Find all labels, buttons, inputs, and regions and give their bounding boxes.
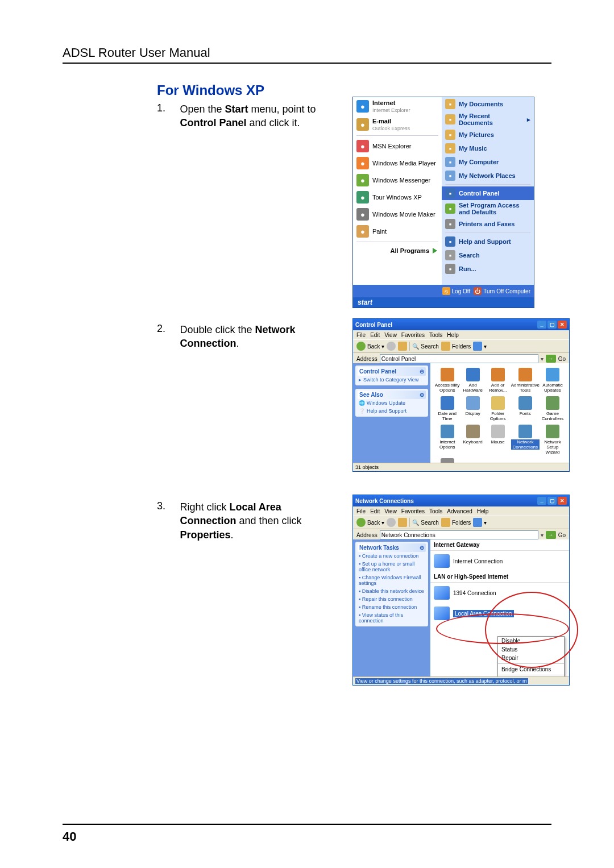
connection-internet[interactable]: Internet Connection: [430, 551, 569, 571]
start-menu-right-item[interactable]: ▪Set Program Access and Defaults: [442, 200, 534, 217]
cp-icon[interactable]: Keyboard: [461, 425, 485, 455]
network-task-link[interactable]: ▪ Rename this connection: [358, 603, 426, 611]
search-button[interactable]: 🔍Search: [412, 520, 439, 526]
folder-icon: ▪: [445, 236, 455, 247]
close-button[interactable]: ✕: [558, 321, 567, 329]
menu-view[interactable]: View: [384, 332, 397, 338]
search-button[interactable]: 🔍Search: [412, 343, 439, 350]
menu-tools[interactable]: Tools: [429, 332, 442, 338]
menu-file[interactable]: File: [356, 332, 366, 338]
views-button[interactable]: ▾: [473, 342, 487, 351]
views-icon: [473, 342, 482, 351]
cp-icon[interactable]: Network Setup Wizard: [541, 425, 565, 455]
control-panel-item-icon: [491, 368, 505, 381]
start-menu-right-item[interactable]: ▪My Network Places: [442, 169, 534, 182]
menu-favorites[interactable]: Favorites: [401, 332, 425, 338]
start-menu-item[interactable]: ●Windows Messenger: [353, 172, 442, 189]
connection-local-area[interactable]: Local Area Connection: [430, 603, 569, 624]
cp-icon[interactable]: Add Hardware: [461, 368, 485, 393]
menu-favorites[interactable]: Favorites: [401, 508, 425, 514]
network-task-link[interactable]: ▪ Repair this connection: [358, 595, 426, 603]
start-menu-right-item[interactable]: ▪My Recent Documents▸: [442, 111, 534, 128]
windows-update-link[interactable]: 🌐 Windows Update: [358, 399, 426, 407]
menu-help[interactable]: Help: [477, 508, 489, 514]
all-programs[interactable]: All Programs: [353, 244, 442, 258]
cp-icon[interactable]: Network Connections: [511, 425, 540, 455]
start-menu-item[interactable]: ●Tour Windows XP: [353, 189, 442, 206]
network-task-link[interactable]: ▪ Create a new connection: [358, 552, 426, 560]
start-menu-item[interactable]: ●Windows Media Player: [353, 155, 442, 172]
log-off-button[interactable]: ⎋Log Off: [442, 287, 471, 295]
start-menu-right-item[interactable]: ▪My Pictures: [442, 128, 534, 142]
control-panel-item-icon: [441, 425, 454, 438]
menu-view[interactable]: View: [384, 508, 397, 514]
minimize-button[interactable]: _: [537, 321, 546, 329]
start-menu-item[interactable]: ●Windows Movie Maker: [353, 206, 442, 223]
help-support-link[interactable]: ❔ Help and Support: [358, 407, 426, 415]
start-menu-right-item[interactable]: ▪Run...: [442, 262, 534, 276]
back-button[interactable]: Back ▾: [356, 518, 384, 527]
menu-advanced[interactable]: Advanced: [447, 508, 472, 514]
cp-icon[interactable]: Automatic Updates: [541, 368, 565, 393]
network-task-link[interactable]: ▪ Disable this network device: [358, 587, 426, 595]
cp-icon[interactable]: Accessibility Options: [435, 368, 460, 393]
maximize-button[interactable]: ▢: [547, 497, 557, 505]
context-menu-disable[interactable]: Disable: [498, 637, 564, 645]
menu-edit[interactable]: Edit: [370, 332, 380, 338]
address-input[interactable]: [380, 530, 538, 539]
go-button[interactable]: →: [546, 531, 556, 539]
start-menu-right-item[interactable]: ▪My Computer: [442, 155, 534, 169]
menu-tools[interactable]: Tools: [429, 508, 442, 514]
menu-file[interactable]: File: [356, 508, 366, 514]
start-menu-pinned[interactable]: ●InternetInternet Explorer: [353, 97, 442, 115]
cp-icon[interactable]: Folder Options: [486, 396, 510, 421]
start-menu-right-item[interactable]: ▪Printers and Faxes: [442, 217, 534, 231]
network-task-link[interactable]: ▪ View status of this connection: [358, 611, 426, 625]
folder-icon: [441, 518, 450, 527]
forward-button[interactable]: [387, 342, 396, 351]
folders-button[interactable]: Folders: [441, 518, 471, 527]
cp-icon[interactable]: Administrative Tools: [511, 368, 540, 393]
menu-edit[interactable]: Edit: [370, 508, 380, 514]
context-menu-bridge-connections[interactable]: Bridge Connections: [498, 665, 564, 674]
switch-category-view-link[interactable]: ▸ Switch to Category View: [358, 376, 426, 384]
views-button[interactable]: ▾: [473, 518, 487, 527]
screenshot-start-menu: ●InternetInternet Explorer●E-mailOutlook…: [352, 97, 534, 308]
turn-off-button[interactable]: ⏻Turn Off Computer: [474, 287, 530, 295]
context-menu-repair[interactable]: Repair: [498, 654, 564, 662]
go-button[interactable]: →: [546, 355, 556, 363]
start-menu-right-item[interactable]: ▪Search: [442, 248, 534, 262]
cp-icon[interactable]: Add or Remov...: [486, 368, 510, 393]
start-menu-right-item[interactable]: ▪My Music: [442, 142, 534, 155]
minimize-button[interactable]: _: [537, 497, 546, 505]
start-menu-right-item[interactable]: ▪Control Panel: [442, 186, 534, 200]
up-button[interactable]: [398, 342, 407, 351]
cp-icon[interactable]: Internet Options: [435, 425, 460, 455]
window-title: Control Panel: [355, 322, 392, 328]
cp-icon[interactable]: Display: [461, 396, 485, 421]
control-panel-item-icon: [546, 368, 559, 381]
context-menu-status[interactable]: Status: [498, 645, 564, 654]
network-task-link[interactable]: ▪ Set up a home or small office network: [358, 560, 426, 574]
folders-button[interactable]: Folders: [441, 342, 471, 351]
close-button[interactable]: ✕: [558, 497, 567, 505]
start-menu-right-item[interactable]: ▪My Documents: [442, 97, 534, 111]
maximize-button[interactable]: ▢: [547, 321, 557, 329]
start-menu-item[interactable]: ●MSN Explorer: [353, 138, 442, 155]
cp-icon[interactable]: Game Controllers: [541, 396, 565, 421]
group-internet-gateway: Internet Gateway: [430, 539, 569, 551]
back-button[interactable]: Back ▾: [356, 342, 384, 351]
start-menu-right-item[interactable]: ▪Help and Support: [442, 235, 534, 248]
start-menu-pinned[interactable]: ●E-mailOutlook Express: [353, 115, 442, 134]
forward-button[interactable]: [387, 518, 396, 527]
network-task-link[interactable]: ▪ Change Windows Firewall settings: [358, 574, 426, 587]
connection-1394[interactable]: 1394 Connection: [430, 583, 569, 603]
cp-icon[interactable]: Date and Time: [435, 396, 460, 421]
start-button[interactable]: start: [353, 297, 534, 308]
start-menu-item[interactable]: ●Paint: [353, 223, 442, 240]
up-button[interactable]: [398, 518, 407, 527]
cp-icon[interactable]: Mouse: [486, 425, 510, 455]
menu-help[interactable]: Help: [447, 332, 459, 338]
cp-icon[interactable]: Fonts: [511, 396, 540, 421]
address-input[interactable]: [380, 354, 538, 363]
